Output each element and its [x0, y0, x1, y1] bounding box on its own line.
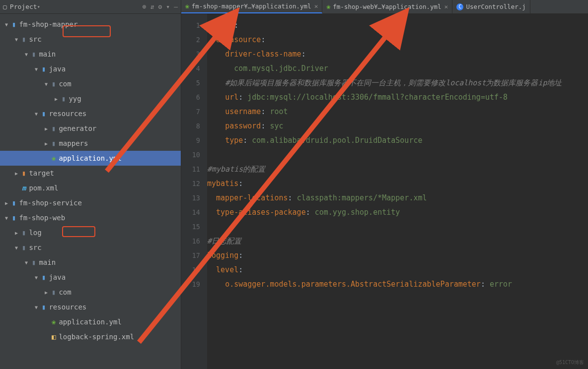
editor-tab[interactable]: CUserController.j: [452, 0, 530, 13]
tree-item-resources[interactable]: ▮resources: [0, 106, 181, 121]
tree-arrow-icon[interactable]: [15, 37, 22, 42]
editor-tab[interactable]: ❀fm-shop-mapper¥…¥application.yml×: [181, 0, 322, 13]
tree-arrow-icon[interactable]: [45, 126, 52, 131]
code-line[interactable]: logging:: [207, 248, 588, 263]
tree-arrow-icon[interactable]: [15, 230, 22, 236]
code-token: [207, 265, 216, 274]
code-token: :: [261, 122, 270, 130]
code-line[interactable]: com.mysql.jdbc.Driver: [207, 62, 588, 76]
code-line[interactable]: [207, 148, 588, 162]
code-token: :: [243, 136, 252, 145]
code-line[interactable]: password: syc: [207, 119, 588, 133]
tree-arrow-icon[interactable]: [25, 52, 32, 57]
toolbar-target-icon[interactable]: ⊕: [143, 3, 147, 10]
close-icon[interactable]: ×: [314, 2, 318, 10]
code-line[interactable]: o.swagger.models.parameters.AbstractSeri…: [207, 277, 588, 292]
tree-arrow-icon[interactable]: [25, 260, 32, 265]
editor-tabs[interactable]: ❀fm-shop-mapper¥…¥application.yml×❀fm-sh…: [181, 0, 588, 14]
toolbar-chevron-icon[interactable]: ▾: [166, 3, 170, 10]
code-line[interactable]: mybatis:: [207, 177, 588, 191]
tree-item-main[interactable]: ▮main: [0, 255, 181, 270]
code-token: [207, 93, 225, 102]
line-number: 2: [181, 33, 200, 47]
tab-label: UserController.j: [466, 3, 525, 10]
code-line[interactable]: driver-class-name:: [207, 47, 588, 62]
tree-item-com[interactable]: ▮com: [0, 76, 181, 91]
tree-item-java[interactable]: ▮java: [0, 270, 181, 285]
tree-arrow-icon[interactable]: [5, 22, 12, 27]
toolbar-sort-icon[interactable]: ⇵: [150, 3, 154, 10]
tree-arrow-icon[interactable]: [35, 305, 42, 310]
tree-item-log[interactable]: ▮log: [0, 225, 181, 240]
tree-item-application-yml[interactable]: ❀application.yml: [0, 151, 181, 166]
code-line[interactable]: username: root: [207, 105, 588, 119]
tree-arrow-icon[interactable]: [5, 215, 12, 221]
tree-item-resources[interactable]: ▮resources: [0, 300, 181, 314]
code-token: :: [238, 93, 247, 102]
tree-arrow-icon[interactable]: [15, 245, 22, 250]
code-token: [207, 122, 225, 130]
code-area[interactable]: spring: datasource: driver-class-name: c…: [207, 14, 588, 369]
tree-item-label: fm-shop-mapper: [19, 20, 77, 28]
tree-arrow-icon[interactable]: [5, 200, 12, 206]
tree-item-src[interactable]: ▮src: [0, 240, 181, 255]
tree-item-fm-shop-mapper[interactable]: ▮fm-shop-mapper: [0, 17, 181, 32]
code-line[interactable]: datasource:: [207, 33, 588, 47]
spring-leaf-icon: ❀: [326, 3, 330, 10]
tree-arrow-icon[interactable]: [45, 290, 52, 295]
code-line[interactable]: #日志配置: [207, 234, 588, 248]
tree-item-java[interactable]: ▮java: [0, 62, 181, 76]
line-number: 5: [181, 76, 200, 90]
code-token: [207, 193, 216, 202]
code-line[interactable]: mapper-locations: classpath:mappers/*Map…: [207, 191, 588, 205]
code-token: error: [490, 280, 512, 289]
code-line[interactable]: #如果后端项目服务器和数据库服务器不在同一台主机，则需要修改localhost为…: [207, 76, 588, 90]
folder-icon: ▮: [52, 124, 56, 132]
close-icon[interactable]: ×: [444, 3, 448, 10]
tree-arrow-icon[interactable]: [35, 275, 42, 280]
code-token: jdbc:mysql://localhost:3306/fmmall?chara…: [247, 93, 508, 102]
code-line[interactable]: level:: [207, 263, 588, 277]
tree-arrow-icon[interactable]: [45, 141, 52, 146]
line-number: 6: [181, 90, 200, 105]
tree-item-src[interactable]: ▮src: [0, 32, 181, 47]
toolbar-gear-icon[interactable]: ⚙: [158, 3, 162, 10]
tree-item-main[interactable]: ▮main: [0, 47, 181, 62]
tree-item-generator[interactable]: ▮generator: [0, 121, 181, 136]
project-dropdown-icon[interactable]: ▾: [37, 4, 44, 9]
module-icon: ▮: [42, 273, 46, 281]
code-line[interactable]: #mybatis的配置: [207, 162, 588, 177]
tree-item-label: com: [59, 80, 71, 88]
spring-leaf-icon: ❀: [185, 2, 189, 10]
code-line[interactable]: spring:: [207, 18, 588, 33]
tree-item-com[interactable]: ▮com: [0, 285, 181, 300]
tree-item-logback-spring-xml[interactable]: ◧logback-spring.xml: [0, 329, 181, 344]
toolbar-minimize-icon[interactable]: —: [174, 3, 178, 10]
tree-arrow-icon[interactable]: [15, 171, 22, 176]
code-line[interactable]: type: com.alibaba.druid.pool.DruidDataSo…: [207, 133, 588, 148]
tree-arrow-icon[interactable]: [45, 81, 52, 87]
project-title: Project: [10, 3, 37, 10]
editor-tab[interactable]: ❀fm-shop-web¥…¥application.yml×: [322, 0, 452, 13]
code-line[interactable]: [207, 220, 588, 234]
tree-item-target[interactable]: ▮target: [0, 166, 181, 181]
code-line[interactable]: url: jdbc:mysql://localhost:3306/fmmall?…: [207, 90, 588, 105]
tree-item-fm-shop-service[interactable]: ▮fm-shop-service: [0, 195, 181, 210]
project-panel: ▢ Project ▾ ⊕ ⇵ ⚙ ▾ — ▮fm-shop-mapper▮sr…: [0, 0, 181, 369]
line-number: 7: [181, 105, 200, 119]
tree-arrow-icon[interactable]: [35, 66, 42, 72]
folder-icon: ▮: [22, 229, 26, 237]
code-token: o.swagger.models.parameters.AbstractSeri…: [225, 280, 481, 289]
tree-item-label: logback-spring.xml: [59, 333, 134, 341]
tree-arrow-icon[interactable]: [35, 111, 42, 117]
tree-arrow-icon[interactable]: [55, 96, 62, 102]
code-line[interactable]: type-aliases-package: com.yyg.shop.entit…: [207, 205, 588, 220]
tree-item-mappers[interactable]: ▮mappers: [0, 136, 181, 151]
tree-item-application-yml[interactable]: ❀application.yml: [0, 314, 181, 329]
tree-item-yyg[interactable]: ▮yyg: [0, 91, 181, 106]
code-token: :: [288, 193, 297, 202]
project-tree[interactable]: ▮fm-shop-mapper▮src▮main▮java▮com▮yyg▮re…: [0, 14, 181, 344]
tree-item-pom-xml[interactable]: mpom.xml: [0, 181, 181, 195]
tree-item-label: yyg: [69, 95, 81, 103]
tree-item-fm-shop-web[interactable]: ▮fm-shop-web: [0, 210, 181, 225]
